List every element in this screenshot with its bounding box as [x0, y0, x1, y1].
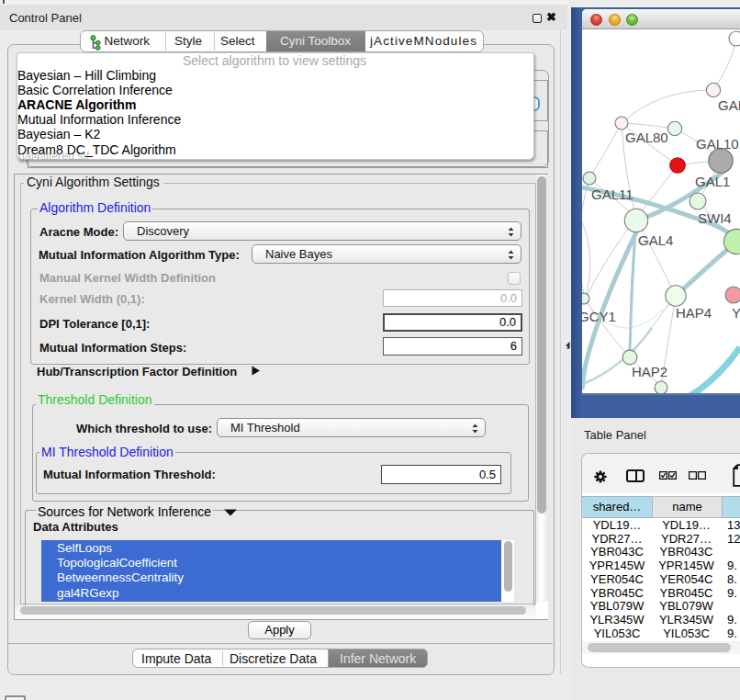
svg-text:GAL11: GAL11 — [591, 186, 633, 202]
svg-text:SWI4: SWI4 — [698, 210, 732, 226]
svg-text:HAP4: HAP4 — [676, 305, 712, 321]
svg-text:GAL4: GAL4 — [638, 232, 673, 248]
svg-text:GAL1: GAL1 — [695, 174, 730, 189]
svg-text:GAL7: GAL7 — [718, 97, 740, 113]
svg-text:GCY1: GCY1 — [582, 309, 616, 324]
svg-text:YJ: YJ — [732, 305, 740, 321]
svg-text:GAL80: GAL80 — [625, 130, 668, 145]
svg-text:HAP2: HAP2 — [632, 364, 667, 379]
svg-text:GAL10: GAL10 — [696, 136, 739, 152]
